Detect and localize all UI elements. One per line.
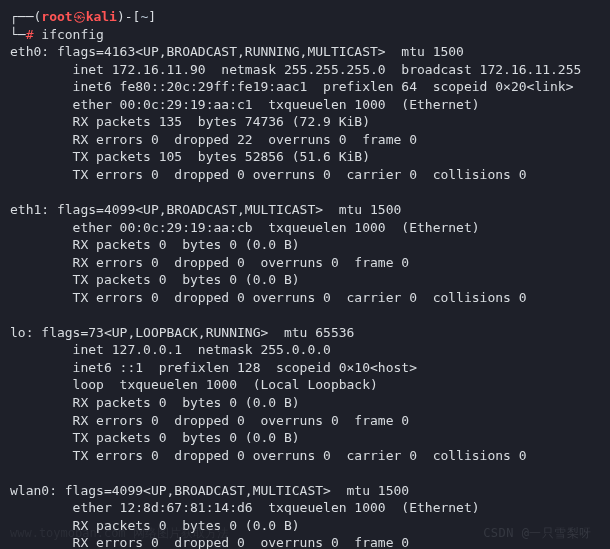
watermark-source: www.toymoban.com 网络图片获取方法 [10, 525, 229, 541]
prompt-open: ┌──( [10, 9, 41, 24]
prompt-close1: )-[ [117, 9, 140, 24]
watermark-csdn: CSDN @一只雪梨呀 [483, 525, 592, 541]
prompt-at: ㉿ [73, 9, 86, 24]
prompt-host: kali [86, 9, 117, 24]
prompt-hash: # [26, 27, 34, 42]
command-text: ifconfig [41, 27, 104, 42]
prompt-user: root [41, 9, 72, 24]
prompt-line2-prefix: └─ [10, 27, 26, 42]
shell-prompt-line2[interactable]: └─# ifconfig [10, 26, 600, 44]
prompt-close2: ] [148, 9, 156, 24]
shell-prompt-line1: ┌──(root㉿kali)-[~] [10, 8, 600, 26]
ifconfig-output: eth0: flags=4163<UP,BROADCAST,RUNNING,MU… [10, 43, 600, 549]
